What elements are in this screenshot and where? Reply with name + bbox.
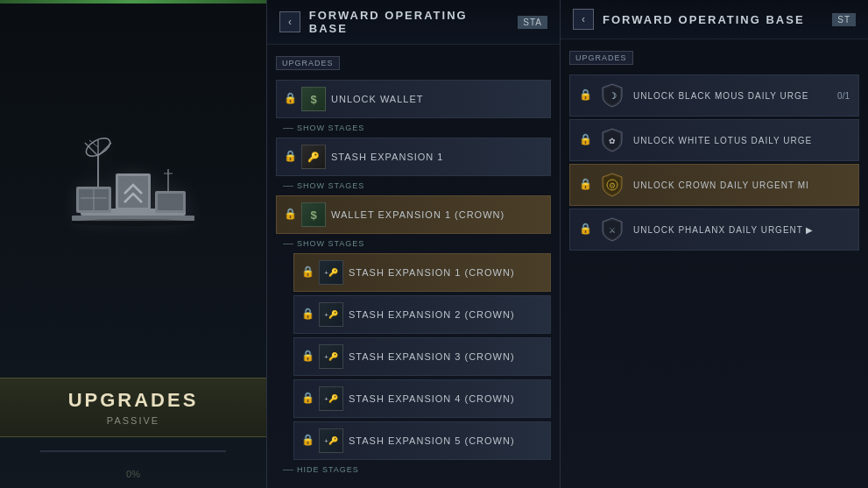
right-panel-header: ‹ FORWARD OPERATING BASE ST <box>561 0 868 39</box>
hide-stages-line <box>283 470 293 470</box>
stages-line-2 <box>283 186 293 187</box>
upgrade-item-stash-crown-2[interactable]: 🔒 +🔑 STASH EXPANSION 2 (CROWN) <box>293 295 551 334</box>
svg-point-18 <box>72 219 194 226</box>
base-icon <box>54 130 212 252</box>
lock-icon-crown1: 🔒 <box>301 265 314 279</box>
lock-icon-white-lotus: 🔒 <box>579 133 591 147</box>
left-panel: UPGRADES PASSIVE 0% <box>0 0 267 488</box>
crown-label: UNLOCK CROWN DAILY URGENT MI <box>633 180 850 190</box>
upgrade-item-stash-crown-4[interactable]: 🔒 +🔑 STASH EXPANSION 4 (CROWN) <box>293 379 551 418</box>
right-back-button[interactable]: ‹ <box>573 9 594 30</box>
lock-icon-stash1: 🔒 <box>284 150 296 164</box>
middle-panel-header: ‹ FORWARD OPERATING BASE STA <box>267 0 560 45</box>
right-upgrade-item-white-lotus[interactable]: 🔒 ✿ UNLOCK WHITE LOTUS DAILY URGE <box>569 119 859 161</box>
key-plus-icon-1: +🔑 <box>319 260 343 285</box>
lock-icon-crown2: 🔒 <box>301 308 314 322</box>
middle-panel-title: FORWARD OPERATING BASE <box>309 9 509 35</box>
wallet-icon: $ <box>301 87 326 111</box>
white-lotus-label: UNLOCK WHITE LOTUS DAILY URGE <box>633 136 850 145</box>
black-mous-shield: ☽ <box>598 81 626 110</box>
show-stages-row-2[interactable]: SHOW STAGES <box>276 180 551 192</box>
stash-crown-3-label: STASH EXPANSION 3 (CROWN) <box>349 351 543 362</box>
lock-icon-crown4: 🔒 <box>301 392 314 406</box>
lock-icon-wallet-crown: 🔒 <box>284 208 296 222</box>
wallet-crown-icon: $ <box>301 202 326 227</box>
crown-shield: ⚙ <box>598 171 626 199</box>
key-plus-icon-4: +🔑 <box>319 386 343 411</box>
lock-icon-crown3: 🔒 <box>301 350 314 364</box>
show-stages-row-1[interactable]: SHOW STAGES <box>276 122 551 134</box>
left-panel-bottom <box>0 437 266 465</box>
middle-section-label: UPGRADES <box>276 56 340 70</box>
wallet-crown-label: WALLET EXPANSION 1 (CROWN) <box>331 209 543 220</box>
right-upgrade-item-crown[interactable]: 🔒 ⚙ UNLOCK CROWN DAILY URGENT MI <box>569 164 859 206</box>
right-sta-badge: ST <box>832 13 856 26</box>
svg-text:⚙: ⚙ <box>609 181 616 190</box>
lock-icon-phalanx: 🔒 <box>579 223 591 237</box>
svg-rect-9 <box>158 194 183 210</box>
right-upgrade-item-black-mous[interactable]: 🔒 ☽ UNLOCK BLACK MOUS DAILY URGE 0/1 <box>569 74 859 117</box>
stash-crown-5-label: STASH EXPANSION 5 (CROWN) <box>349 435 543 446</box>
stash-crown-4-label: STASH EXPANSION 4 (CROWN) <box>349 393 543 404</box>
right-panel-title: FORWARD OPERATING BASE <box>603 13 805 26</box>
svg-text:✿: ✿ <box>609 137 616 145</box>
middle-back-button[interactable]: ‹ <box>279 11 300 32</box>
lock-icon-crown5: 🔒 <box>301 434 314 448</box>
black-mous-label: UNLOCK BLACK MOUS DAILY URGE <box>633 91 830 101</box>
middle-upgrades-section: UPGRADES 🔒 $ UNLOCK WALLET SHOW STAGES 🔒… <box>267 45 560 488</box>
black-mous-badge: 0/1 <box>837 91 850 101</box>
svg-text:⚔: ⚔ <box>609 226 616 235</box>
left-panel-subtitle: PASSIVE <box>18 415 249 426</box>
upgrade-item-stash-1[interactable]: 🔒 🔑 STASH EXPANSION 1 <box>276 138 551 176</box>
show-stages-row-3[interactable]: SHOW STAGES <box>276 237 551 250</box>
stages-line-3 <box>283 244 293 244</box>
stash-crown-1-label: STASH EXPANSION 1 (CROWN) <box>349 267 543 278</box>
right-panel: ‹ FORWARD OPERATING BASE ST UPGRADES 🔒 ☽… <box>561 0 868 488</box>
stages-line-1 <box>283 128 293 129</box>
phalanx-shield: ⚔ <box>598 216 626 244</box>
svg-rect-7 <box>118 176 148 208</box>
upgrade-item-unlock-wallet[interactable]: 🔒 $ UNLOCK WALLET <box>276 80 551 118</box>
hide-stages-row[interactable]: HIDE STAGES <box>276 463 551 476</box>
left-panel-title: UPGRADES <box>18 389 249 412</box>
middle-sta-badge: STA <box>518 16 547 29</box>
key-plus-icon-2: +🔑 <box>319 302 343 327</box>
show-stages-text-1[interactable]: SHOW STAGES <box>297 124 364 132</box>
middle-panel: ‹ FORWARD OPERATING BASE STA UPGRADES 🔒 … <box>267 0 561 488</box>
stash1-label: STASH EXPANSION 1 <box>331 152 543 162</box>
key-icon-stash1: 🔑 <box>301 145 326 169</box>
lock-icon-wallet: 🔒 <box>284 92 296 106</box>
hide-stages-text[interactable]: HIDE STAGES <box>297 465 359 474</box>
progress-bar-container <box>40 450 225 452</box>
white-lotus-shield: ✿ <box>598 126 626 154</box>
upgrade-item-stash-crown-1[interactable]: 🔒 +🔑 STASH EXPANSION 1 (CROWN) <box>293 253 551 292</box>
right-section-label: UPGRADES <box>569 51 633 65</box>
progress-text: 0% <box>126 469 140 479</box>
key-plus-icon-3: +🔑 <box>319 344 343 369</box>
show-stages-text-2[interactable]: SHOW STAGES <box>297 181 364 190</box>
upgrade-item-wallet-crown[interactable]: 🔒 $ WALLET EXPANSION 1 (CROWN) <box>276 195 551 234</box>
icon-area <box>0 4 266 378</box>
stash-crown-2-label: STASH EXPANSION 2 (CROWN) <box>349 309 543 320</box>
upgrade-item-stash-crown-5[interactable]: 🔒 +🔑 STASH EXPANSION 5 (CROWN) <box>293 421 551 460</box>
left-panel-title-area: UPGRADES PASSIVE <box>0 378 266 437</box>
key-plus-icon-5: +🔑 <box>319 428 343 453</box>
upgrade-item-stash-crown-3[interactable]: 🔒 +🔑 STASH EXPANSION 3 (CROWN) <box>293 337 551 376</box>
show-stages-text-3[interactable]: SHOW STAGES <box>297 239 364 248</box>
wallet-label: UNLOCK WALLET <box>331 94 543 104</box>
right-upgrades-section: UPGRADES 🔒 ☽ UNLOCK BLACK MOUS DAILY URG… <box>561 39 868 488</box>
right-upgrade-item-phalanx[interactable]: 🔒 ⚔ UNLOCK PHALANX DAILY URGENT ▶ <box>569 209 859 251</box>
phalanx-label: UNLOCK PHALANX DAILY URGENT ▶ <box>633 225 850 235</box>
svg-text:☽: ☽ <box>609 91 617 101</box>
lock-icon-black-mous: 🔒 <box>579 88 591 103</box>
lock-icon-crown: 🔒 <box>579 178 591 192</box>
